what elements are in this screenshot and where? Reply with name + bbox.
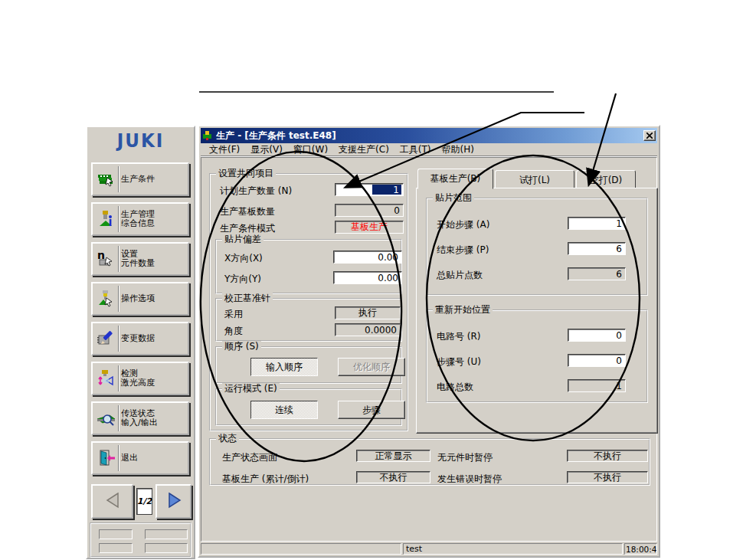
transfer-io-icon bbox=[96, 408, 117, 429]
tab-board-production[interactable]: 基板生产(B) bbox=[417, 169, 493, 189]
prev-page-button[interactable] bbox=[91, 484, 133, 519]
no-component-pause-field: 不执行 bbox=[567, 450, 648, 462]
circuit-number-input[interactable]: 0 bbox=[568, 329, 626, 342]
window-icon bbox=[202, 130, 213, 141]
production-screen-field: 正常显示 bbox=[356, 450, 430, 462]
production-screen-label: 生产状态画面 bbox=[222, 452, 277, 463]
sidebar-button-production-condition[interactable]: 生产条件 bbox=[91, 162, 189, 196]
total-points-field: 6 bbox=[568, 267, 626, 280]
sidebar-button-production-info[interactable]: 生产管理综合信息 bbox=[91, 202, 189, 236]
order-group: 顺序 (S) 输入顺序 优化顺序 bbox=[215, 346, 402, 384]
statusbar-empty-pane bbox=[201, 543, 401, 555]
condition-mode-label: 生产条件模式 bbox=[220, 223, 275, 234]
pin-use-field: 执行 bbox=[335, 306, 401, 319]
end-step-label: 结束步骤 (P) bbox=[437, 244, 489, 255]
sidebar-button-transfer-io[interactable]: 传送状态输入/输出 bbox=[91, 401, 189, 435]
menu-help[interactable]: 帮助(H) bbox=[437, 143, 480, 156]
group-title: 重新开始位置 bbox=[433, 304, 493, 315]
input-order-button[interactable]: 输入顺序 bbox=[250, 358, 318, 376]
divider bbox=[118, 405, 119, 431]
sidebar-button-operation-options[interactable]: 操作选项 bbox=[91, 282, 189, 316]
total-circuits-label: 电路总数 bbox=[437, 382, 473, 392]
tab-trial-placement[interactable]: 试打(L) bbox=[495, 170, 574, 188]
feeder-icon bbox=[96, 169, 117, 190]
divider bbox=[118, 246, 119, 272]
exit-door-icon bbox=[96, 447, 117, 469]
sidebar-button-label: 生产条件 bbox=[121, 174, 155, 184]
laser-height-icon bbox=[96, 368, 117, 389]
status-group: 状态 生产状态画面 正常显示 无元件时暂停 不执行 基板生产 (累计/倒计) 不… bbox=[209, 438, 650, 486]
indicator-box bbox=[99, 529, 133, 539]
board-count-mode-label: 基板生产 (累计/倒计) bbox=[222, 473, 309, 484]
divider bbox=[118, 206, 119, 232]
step-button[interactable]: 步骤 bbox=[338, 401, 405, 419]
pin-angle-field: 0.0000 bbox=[335, 323, 401, 336]
divider bbox=[118, 445, 119, 471]
group-title: 状态 bbox=[216, 433, 239, 444]
group-title: 贴片偏差 bbox=[222, 234, 263, 244]
offset-x-input[interactable]: 0.00 bbox=[333, 251, 402, 264]
indicator-box bbox=[145, 529, 188, 539]
group-title: 设置共同项目 bbox=[216, 168, 276, 178]
menu-view[interactable]: 显示(V) bbox=[245, 143, 288, 156]
sidebar-panel: JUKI 生产条件 生产管理综合信息 n 设置元件数量 操作选项 bbox=[86, 126, 195, 559]
indicator-box bbox=[145, 543, 188, 553]
group-title: 贴片范围 bbox=[433, 192, 474, 203]
page-indicator: 1/2 bbox=[136, 488, 152, 515]
menu-tools[interactable]: 工具(T) bbox=[394, 143, 437, 156]
menu-file[interactable]: 文件(F) bbox=[204, 143, 245, 156]
indicator-panel bbox=[90, 522, 191, 558]
app-window: 生产 - [生产条件 test.E48] 文件(F) 显示(V) 窗口(W) 支… bbox=[198, 125, 660, 558]
statusbar-clock: 18:00:46 bbox=[624, 543, 657, 555]
group-title: 运行模式 (E) bbox=[222, 383, 280, 394]
step-number-input[interactable]: 0 bbox=[568, 354, 626, 367]
board-production-tab-panel: 贴片范围 开始步骤 (A) 1 结束步骤 (P) 6 总贴片点数 6 重新开始位… bbox=[416, 188, 658, 434]
close-icon bbox=[646, 133, 653, 139]
close-button[interactable] bbox=[643, 130, 656, 141]
optimize-order-button[interactable]: 优化顺序 bbox=[338, 358, 405, 376]
restart-position-group: 重新开始位置 电路号 (R) 0 步骤号 (U) 0 电路总数 1 bbox=[426, 309, 648, 403]
component-count-icon: n bbox=[96, 248, 117, 270]
planned-qty-input[interactable]: 1 bbox=[335, 183, 404, 196]
menu-support[interactable]: 支援生产(C) bbox=[333, 143, 394, 156]
tab-dry-run[interactable]: 空打(D) bbox=[576, 170, 636, 188]
sidebar-button-exit[interactable]: 退出 bbox=[91, 441, 189, 475]
menu-window[interactable]: 窗口(W) bbox=[288, 143, 333, 156]
divider bbox=[118, 166, 119, 192]
info-icon bbox=[96, 208, 117, 230]
produced-qty-field: 0 bbox=[335, 204, 404, 217]
prev-arrow-icon bbox=[101, 490, 124, 513]
produced-qty-label: 生产基板数量 bbox=[220, 206, 275, 217]
step-number-label: 步骤号 (U) bbox=[437, 356, 481, 367]
sidebar-button-change-data[interactable]: 变更数据 bbox=[91, 322, 189, 355]
offset-y-input[interactable]: 0.00 bbox=[333, 271, 402, 284]
end-step-input[interactable]: 6 bbox=[568, 242, 626, 255]
circuit-number-label: 电路号 (R) bbox=[437, 331, 481, 342]
indicator-box bbox=[99, 543, 133, 553]
sidebar-button-component-count[interactable]: n 设置元件数量 bbox=[91, 242, 189, 276]
next-page-button[interactable] bbox=[155, 484, 191, 519]
planned-qty-label: 计划生产数量 (N) bbox=[220, 185, 292, 196]
divider bbox=[118, 286, 119, 312]
divider bbox=[118, 365, 119, 391]
title-bar: 生产 - [生产条件 test.E48] bbox=[201, 128, 657, 143]
sidebar-button-laser-height[interactable]: 检测激光高度 bbox=[91, 362, 189, 395]
error-pause-field: 不执行 bbox=[567, 471, 648, 483]
run-mode-group: 运行模式 (E) 连续 步骤 bbox=[215, 388, 402, 426]
offset-y-label: Y方向(Y) bbox=[224, 273, 261, 284]
manual-page: JUKI 生产条件 生产管理综合信息 n 设置元件数量 操作选项 bbox=[0, 0, 743, 560]
menu-bar: 文件(F) 显示(V) 窗口(W) 支援生产(C) 工具(T) 帮助(H) bbox=[201, 143, 657, 156]
next-arrow-icon bbox=[162, 490, 185, 513]
placement-range-group: 贴片范围 开始步骤 (A) 1 结束步骤 (P) 6 总贴片点数 6 bbox=[426, 198, 648, 296]
fiducial-pin-group: 校正基准针 采用 执行 角度 0.0000 bbox=[215, 298, 402, 342]
no-component-pause-label: 无元件时暂停 bbox=[437, 452, 493, 463]
group-title: 校正基准针 bbox=[222, 293, 273, 303]
board-count-mode-field: 不执行 bbox=[356, 471, 430, 483]
start-step-input[interactable]: 1 bbox=[568, 217, 626, 230]
status-bar: test 18:00:46 bbox=[201, 543, 657, 555]
continuous-button[interactable]: 连续 bbox=[250, 401, 318, 419]
statusbar-file-pane: test bbox=[403, 543, 623, 555]
offset-x-label: X方向(X) bbox=[224, 253, 263, 264]
group-title: 顺序 (S) bbox=[222, 341, 261, 352]
pin-use-label: 采用 bbox=[224, 309, 243, 319]
